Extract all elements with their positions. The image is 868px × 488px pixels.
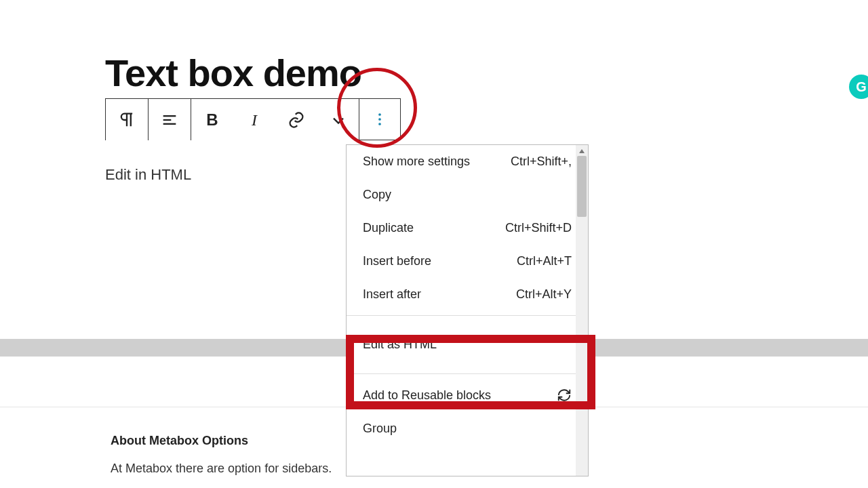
svg-point-4 — [378, 118, 381, 121]
menu-item-insert-after[interactable]: Insert after Ctrl+Alt+Y — [347, 278, 588, 311]
dropdown-inner: Show more settings Ctrl+Shift+, Copy Dup… — [347, 145, 588, 476]
menu-label: Add to Reusable blocks — [363, 388, 491, 403]
menu-item-show-more-settings[interactable]: Show more settings Ctrl+Shift+, — [347, 145, 588, 178]
menu-label: Group — [363, 422, 397, 436]
svg-point-5 — [378, 123, 381, 125]
menu-label: Copy — [363, 188, 391, 202]
menu-shortcut: Ctrl+Alt+Y — [516, 287, 572, 302]
menu-label: Show more settings — [363, 155, 470, 169]
metabox-panel: About Metabox Options At Metabox there a… — [111, 434, 332, 476]
floating-badge[interactable]: G — [849, 75, 868, 99]
toolbar-group-align — [148, 98, 191, 140]
bold-button[interactable]: B — [191, 99, 233, 141]
metabox-title: About Metabox Options — [111, 434, 332, 448]
chevron-down-icon[interactable] — [317, 99, 359, 141]
menu-separator — [347, 373, 588, 374]
menu-label: Insert before — [363, 254, 431, 268]
block-toolbar: B I — [105, 98, 868, 140]
menu-shortcut: Ctrl+Shift+D — [505, 221, 572, 235]
menu-label: Insert after — [363, 287, 421, 302]
menu-item-duplicate[interactable]: Duplicate Ctrl+Shift+D — [347, 211, 588, 245]
menu-label: Duplicate — [363, 221, 414, 235]
badge-label: G — [856, 79, 867, 95]
menu-item-group[interactable]: Group — [347, 412, 588, 445]
menu-item-edit-as-html[interactable]: Edit as HTML — [347, 320, 588, 369]
refresh-icon — [557, 388, 572, 403]
post-title[interactable]: Text box demo — [105, 51, 868, 95]
menu-item-insert-before[interactable]: Insert before Ctrl+Alt+T — [347, 245, 588, 278]
toolbar-group-block-type — [105, 98, 149, 140]
scrollbar-up-arrow-icon[interactable] — [577, 146, 587, 156]
toolbar-group-format: B I — [191, 98, 360, 140]
italic-button[interactable]: I — [233, 99, 275, 141]
link-icon[interactable] — [275, 99, 317, 141]
scrollbar-thumb[interactable] — [577, 156, 587, 217]
menu-item-copy[interactable]: Copy — [347, 178, 588, 211]
align-left-icon[interactable] — [149, 99, 191, 141]
metabox-description: At Metabox there are option for sidebars… — [111, 462, 332, 476]
svg-point-3 — [378, 113, 381, 116]
dropdown-scrollbar[interactable] — [576, 145, 588, 476]
menu-shortcut: Ctrl+Alt+T — [517, 254, 572, 268]
menu-item-add-reusable[interactable]: Add to Reusable blocks — [347, 378, 588, 412]
more-options-dropdown: Show more settings Ctrl+Shift+, Copy Dup… — [346, 144, 589, 476]
menu-separator — [347, 315, 588, 316]
more-options-button[interactable] — [359, 98, 401, 140]
menu-label: Edit as HTML — [363, 338, 437, 352]
menu-shortcut: Ctrl+Shift+, — [511, 155, 572, 169]
paragraph-icon[interactable] — [106, 99, 148, 141]
svg-marker-6 — [579, 149, 585, 153]
